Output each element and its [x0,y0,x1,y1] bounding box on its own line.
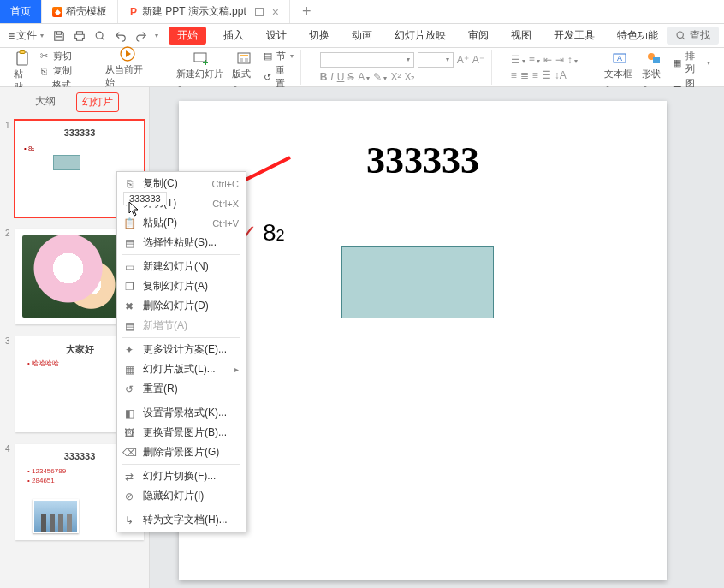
reset-button[interactable]: ↺重置 [262,64,294,90]
svg-text:A: A [617,54,622,62]
ribbon-tab-start[interactable]: 开始 [169,27,206,45]
underline-button[interactable]: U [337,71,345,83]
ctx-more-design[interactable]: ✦更多设计方案(E)... [117,340,246,359]
svg-rect-7 [240,55,248,56]
strike-button[interactable]: S̶ [347,71,354,83]
qat-more-icon[interactable]: ▾ [155,32,158,39]
ctx-new-slide[interactable]: ▭新建幻灯片(N) [117,257,246,276]
ctx-hide-slide[interactable]: ⊘隐藏幻灯片(I) [117,486,246,506]
section-button[interactable]: ▤节▾ [262,50,294,62]
slides-tab[interactable]: 幻灯片 [76,92,119,112]
ctx-paste-special[interactable]: ▤选择性粘贴(S)... [117,233,246,252]
bold-button[interactable]: B [320,71,328,83]
new-tab-button[interactable]: + [290,0,323,23]
svg-rect-2 [17,52,27,65]
transition-icon: ⇄ [122,470,136,484]
tab-home[interactable]: 首页 [0,0,42,23]
clipboard-icon [14,50,31,67]
ribbon-tab-view[interactable]: 视图 [506,27,537,45]
reset-icon: ↺ [262,71,273,83]
cut-label: 剪切 [53,50,72,62]
slide-number: 1 [5,121,12,217]
ctx-transition-label: 幻灯片切换(F)... [143,469,216,484]
indent-increase-button[interactable]: ⇥ [555,54,564,66]
ctx-remove-bg[interactable]: ⌫删除背景图片(G) [117,442,246,462]
format-icon: ◧ [122,407,136,420]
restore-window-icon[interactable] [255,8,264,16]
slide-rectangle-shape[interactable] [341,246,494,318]
search-box[interactable]: 查找 [667,27,719,45]
highlight-button[interactable]: ✎▾ [373,71,387,83]
ctx-transition[interactable]: ⇄幻灯片切换(F)... [117,466,246,486]
arrange-button[interactable]: ▦排列▾ [672,50,710,75]
play-from-current-label: 从当前开始 [105,63,150,89]
align-justify-button[interactable]: ☰ [542,69,551,81]
delete-icon: ✖ [122,300,136,313]
numbering-button[interactable]: ≡▾ [529,54,540,66]
ribbon-tab-transition[interactable]: 切换 [304,27,335,45]
font-size-select[interactable]: ▾ [418,52,454,68]
ctx-duplicate-slide[interactable]: ❐复制幻灯片(A) [117,276,246,296]
shape-button[interactable]: 形状▾ [642,50,664,91]
textbox-button[interactable]: A 文本框▾ [604,50,636,91]
ribbon-tab-features[interactable]: 特色功能 [612,27,663,45]
textbox-label: 文本框 [604,68,632,79]
align-center-button[interactable]: ≣ [520,69,529,81]
decrease-font-icon[interactable]: A⁻ [472,54,484,66]
text-direction-button[interactable]: ↕A [555,69,567,81]
copy-icon: ⎘ [39,65,50,77]
scissors-icon: ✂ [39,50,50,62]
ctx-to-word[interactable]: ↳转为文字文档(H)... [117,510,246,530]
section-label: 节 [276,50,286,62]
svg-point-0 [96,32,103,39]
slide-number: 2 [5,229,12,324]
design-icon: ✦ [122,343,136,357]
new-slide-label: 新建幻灯片 [176,68,223,79]
search-label: 查找 [690,28,710,43]
superscript-button[interactable]: X² [390,71,401,83]
slide-title-text[interactable]: 333333 [179,139,667,182]
print-icon[interactable] [71,27,88,45]
paste-special-icon: ▤ [122,236,136,250]
italic-button[interactable]: I [330,71,333,83]
cut-button[interactable]: ✂剪切 [39,50,79,62]
ribbon-tab-animation[interactable]: 动画 [347,27,377,45]
ctx-slide-layout[interactable]: ▦幻灯片版式(L)...▸ [117,359,246,379]
tab-template[interactable]: ◆ 稻壳模板 [42,0,118,23]
ctx-bg-format[interactable]: ◧设置背景格式(K)... [117,403,246,423]
font-family-select[interactable]: ▾ [320,52,414,68]
copy-button[interactable]: ⎘复制 [39,64,79,77]
ctx-reset[interactable]: ↺重置(R) [117,379,246,399]
align-left-button[interactable]: ≡ [511,69,517,81]
increase-font-icon[interactable]: A⁺ [457,54,469,66]
subscript-button[interactable]: X₂ [404,71,415,83]
hamburger-icon: ≡ [9,30,15,42]
ctx-delete-slide[interactable]: ✖删除幻灯片(D) [117,296,246,316]
save-icon[interactable] [50,27,68,45]
play-from-current-button[interactable]: 从当前开始 [105,45,150,89]
line-spacing-button[interactable]: ↕▾ [567,54,578,66]
ctx-copy[interactable]: ⎘复制(C)Ctrl+C [117,174,246,193]
file-menu[interactable]: ≡ 文件 ▾ [5,28,47,43]
font-color-button[interactable]: A▾ [358,71,370,83]
tab-current-file[interactable]: P 新建 PPT 演示文稿.ppt × [118,0,290,23]
preview-icon[interactable] [92,27,109,45]
align-right-button[interactable]: ≡ [532,69,538,81]
indent-decrease-button[interactable]: ⇤ [543,54,552,66]
new-slide-button[interactable]: 新建幻灯片▾ [176,50,225,91]
file-menu-label: 文件 [16,28,37,43]
undo-icon[interactable] [112,27,129,45]
ribbon-tab-devtools[interactable]: 开发工具 [549,27,600,45]
ctx-change-bg[interactable]: 🖼更换背景图片(B)... [117,423,246,442]
copy-label: 复制 [53,64,72,77]
ribbon-tab-review[interactable]: 审阅 [463,27,494,45]
layout-button[interactable]: 版式▾ [232,50,254,91]
ribbon-tab-insert[interactable]: 插入 [218,27,249,45]
bullets-button[interactable]: ☰▾ [511,54,525,66]
ribbon-tab-design[interactable]: 设计 [261,27,292,45]
close-tab-icon[interactable]: × [272,6,279,18]
ribbon-tab-slideshow[interactable]: 幻灯片放映 [389,27,451,45]
current-slide[interactable]: 333333 ✓ 82 [179,101,667,580]
outline-tab[interactable]: 大纲 [30,92,61,112]
redo-icon[interactable] [133,27,150,45]
